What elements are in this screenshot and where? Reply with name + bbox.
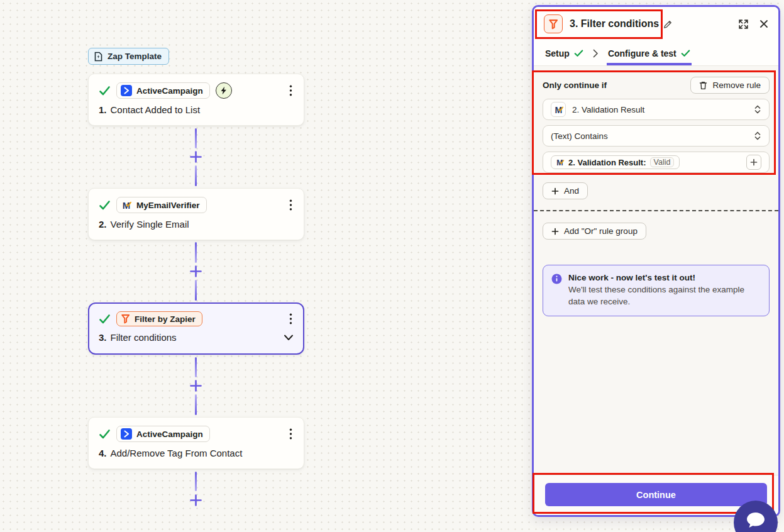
panel-header: 3. Filter conditions <box>534 7 778 41</box>
zap-template-badge[interactable]: Zap Template <box>88 48 169 65</box>
app-pill-label: Filter by Zapier <box>135 314 196 324</box>
step-menu-button[interactable] <box>288 84 294 97</box>
step-number: 2. <box>99 219 107 230</box>
myemailverifier-icon: M <box>555 158 565 167</box>
connector-line <box>195 280 197 301</box>
myemailverifier-icon: M <box>121 199 132 211</box>
template-label: Zap Template <box>108 52 162 61</box>
filter-funnel-icon <box>544 14 563 33</box>
app-pill-label: MyEmailVerifier <box>136 201 200 210</box>
tab-setup[interactable]: Setup <box>544 41 585 65</box>
tab-complete-check-icon <box>681 50 690 57</box>
tab-label: Setup <box>545 48 570 58</box>
step-number: 1. <box>99 104 107 115</box>
connector-line <box>195 165 197 186</box>
close-panel-icon[interactable] <box>759 19 768 28</box>
info-title: Nice work - now let's test it out! <box>568 273 760 282</box>
step-menu-button[interactable] <box>288 427 294 441</box>
only-continue-if-label: Only continue if <box>543 80 607 90</box>
step-number: 4. <box>99 448 107 458</box>
connector-line <box>195 128 197 148</box>
step-title: Verify Single Email <box>111 219 189 230</box>
remove-rule-button[interactable]: Remove rule <box>690 77 770 94</box>
rule-condition-value: (Text) Contains <box>551 131 608 141</box>
activecampaign-icon <box>121 428 132 440</box>
step-card-4[interactable]: ActiveCampaign 4. Add/Remove Tag From Co… <box>88 417 304 469</box>
and-rule-button[interactable]: And <box>543 182 588 199</box>
rule-field-value: 2. Validation Result <box>572 105 644 114</box>
unfold-chevrons-icon <box>754 104 761 114</box>
app-pill-label: ActiveCampaign <box>136 429 203 439</box>
info-icon <box>551 274 562 284</box>
rule-field-select[interactable]: M 2. Validation Result <box>543 99 770 120</box>
rule-value-input[interactable]: M 2. Validation Result: Valid <box>543 152 770 173</box>
success-check-icon <box>99 200 111 211</box>
trigger-bolt-icon <box>216 82 232 99</box>
app-pill-label: ActiveCampaign <box>136 86 203 96</box>
chat-bubble-icon <box>745 511 766 530</box>
edit-pencil-icon[interactable] <box>663 19 673 29</box>
add-step-button[interactable] <box>189 379 203 393</box>
panel-tabbar: Setup Configure & test <box>534 41 778 66</box>
step-title: Contact Added to List <box>111 104 201 115</box>
success-check-icon <box>99 429 111 440</box>
app-pill-activecampaign[interactable]: ActiveCampaign <box>116 82 210 99</box>
tab-complete-check-icon <box>574 50 583 57</box>
tab-label: Configure & test <box>608 48 676 58</box>
rule-group-divider <box>534 210 778 211</box>
step-number: 3. <box>99 332 107 343</box>
step-settings-panel: 3. Filter conditions Setup Configure & t… <box>532 5 780 517</box>
unfold-chevrons-icon <box>754 131 761 141</box>
connector-line <box>195 357 197 377</box>
info-body: We'll test these conditions against the … <box>568 284 760 308</box>
add-or-rule-group-button[interactable]: Add "Or" rule group <box>543 223 646 240</box>
collapse-chevron-icon[interactable] <box>284 335 294 341</box>
plus-icon <box>551 187 559 195</box>
token-label: 2. Validation Result: <box>568 158 646 167</box>
plus-icon <box>551 228 559 235</box>
expand-panel-icon[interactable] <box>738 19 749 30</box>
connector-line <box>195 394 197 415</box>
connector-line <box>195 242 197 263</box>
step-title: Filter conditions <box>111 332 177 343</box>
add-step-button[interactable] <box>189 493 203 507</box>
remove-rule-label: Remove rule <box>712 80 761 90</box>
add-or-rule-group-label: Add "Or" rule group <box>564 226 638 236</box>
step-menu-button[interactable] <box>288 312 294 326</box>
continue-button[interactable]: Continue <box>545 483 767 506</box>
activecampaign-icon <box>121 85 132 96</box>
mapped-field-token[interactable]: M 2. Validation Result: Valid <box>551 155 680 169</box>
app-pill-filter[interactable]: Filter by Zapier <box>116 311 202 326</box>
step-menu-button[interactable] <box>288 198 294 212</box>
app-pill-myemailverifier[interactable]: M MyEmailVerifier <box>116 197 207 213</box>
myemailverifier-icon: M <box>551 102 566 117</box>
tab-configure-test[interactable]: Configure & test <box>607 41 692 65</box>
connector-line <box>195 472 197 491</box>
panel-content: Only continue if Remove rule M 2. Valida… <box>534 66 778 475</box>
token-value: Valid <box>650 157 675 167</box>
and-rule-label: And <box>564 186 579 196</box>
step-card-1[interactable]: ActiveCampaign 1. Contact Added to List <box>88 74 304 126</box>
trash-icon <box>699 81 707 90</box>
insert-data-button[interactable] <box>746 155 761 170</box>
step-card-2[interactable]: M MyEmailVerifier 2. Verify Single Email <box>88 188 304 240</box>
info-callout: Nice work - now let's test it out! We'll… <box>543 265 770 316</box>
add-step-button[interactable] <box>189 150 203 164</box>
rule-condition-select[interactable]: (Text) Contains <box>543 125 770 147</box>
step-card-3-selected[interactable]: Filter by Zapier 3. Filter conditions <box>88 302 304 355</box>
template-file-icon <box>94 52 103 62</box>
add-step-button[interactable] <box>189 264 203 279</box>
step-title: Add/Remove Tag From Contact <box>111 448 243 458</box>
success-check-icon <box>99 314 111 324</box>
chevron-right-icon <box>593 49 599 58</box>
panel-title: 3. Filter conditions <box>570 18 659 30</box>
filter-funnel-icon <box>121 314 130 324</box>
app-pill-activecampaign[interactable]: ActiveCampaign <box>116 426 210 442</box>
success-check-icon <box>99 86 111 96</box>
